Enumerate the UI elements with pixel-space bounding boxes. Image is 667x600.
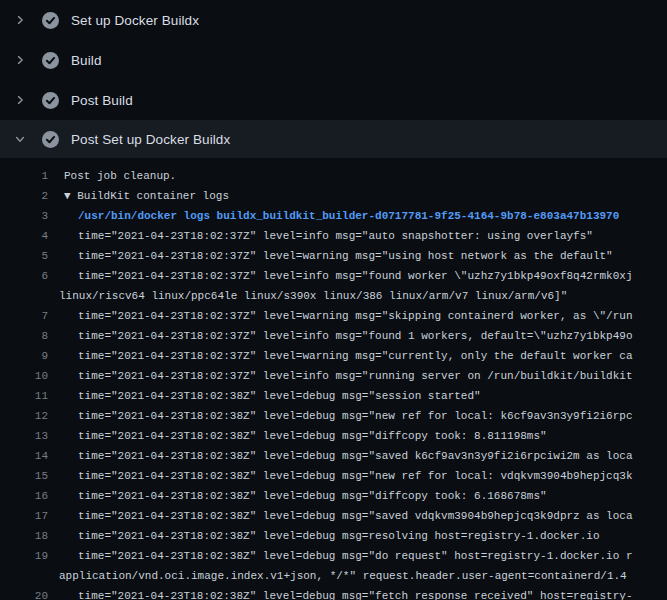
log-line: 4 time="2021-04-23T18:02:37Z" level=info… — [0, 226, 667, 246]
log-line: 20 time="2021-04-23T18:02:38Z" level=deb… — [0, 586, 667, 600]
log-line-number[interactable]: 16 — [0, 486, 48, 506]
step-success-check-icon — [42, 12, 59, 29]
log-line-number[interactable]: 4 — [0, 226, 48, 246]
log-line: 16 time="2021-04-23T18:02:38Z" level=deb… — [0, 486, 667, 506]
log-line-number[interactable]: 3 — [0, 206, 48, 226]
log-line-text: time="2021-04-23T18:02:37Z" level=warnin… — [48, 346, 633, 366]
log-line-number[interactable]: 20 — [0, 586, 48, 600]
log-line-number[interactable]: 18 — [0, 526, 48, 546]
log-line: 14 time="2021-04-23T18:02:38Z" level=deb… — [0, 446, 667, 466]
log-line: 5 time="2021-04-23T18:02:37Z" level=warn… — [0, 246, 667, 266]
log-line-number[interactable]: 9 — [0, 346, 48, 366]
log-line: 13 time="2021-04-23T18:02:38Z" level=deb… — [0, 426, 667, 446]
step-title: Set up Docker Buildx — [71, 13, 199, 28]
log-line: 15 time="2021-04-23T18:02:38Z" level=deb… — [0, 466, 667, 486]
log-line-number[interactable]: 14 — [0, 446, 48, 466]
log-line-number[interactable] — [0, 286, 48, 306]
log-line-text: time="2021-04-23T18:02:38Z" level=debug … — [48, 546, 633, 566]
log-line-number[interactable]: 6 — [0, 266, 48, 286]
step-title: Post Build — [71, 93, 133, 108]
log-line: 9 time="2021-04-23T18:02:37Z" level=warn… — [0, 346, 667, 366]
log-line-text: time="2021-04-23T18:02:38Z" level=debug … — [48, 466, 633, 486]
log-line-number[interactable]: 17 — [0, 506, 48, 526]
log-line-text: time="2021-04-23T18:02:38Z" level=debug … — [48, 506, 633, 526]
log-line-text: linux/riscv64 linux/ppc64le linux/s390x … — [48, 286, 567, 306]
log-line: application/vnd.oci.image.index.v1+json,… — [0, 566, 667, 586]
log-line: 17 time="2021-04-23T18:02:38Z" level=deb… — [0, 506, 667, 526]
log-line: 6 time="2021-04-23T18:02:37Z" level=info… — [0, 266, 667, 286]
log-line: 19 time="2021-04-23T18:02:38Z" level=deb… — [0, 546, 667, 566]
chevron-right-icon — [12, 52, 28, 68]
log-line-text: Post job cleanup. — [48, 166, 176, 186]
chevron-right-icon — [12, 92, 28, 108]
chevron-down-icon — [12, 131, 28, 147]
step-header-post-set-up-docker-buildx[interactable]: Post Set up Docker Buildx — [0, 120, 667, 158]
log-line-number[interactable]: 2 — [0, 186, 48, 206]
log-line-text: time="2021-04-23T18:02:38Z" level=debug … — [48, 426, 547, 446]
log-line-number[interactable]: 15 — [0, 466, 48, 486]
log-line-number[interactable]: 10 — [0, 366, 48, 386]
log-line-number[interactable]: 11 — [0, 386, 48, 406]
step-header-set-up-docker-buildx[interactable]: Set up Docker Buildx — [0, 0, 667, 40]
log-line: 10 time="2021-04-23T18:02:37Z" level=inf… — [0, 366, 667, 386]
log-line-text: time="2021-04-23T18:02:38Z" level=debug … — [48, 526, 600, 546]
step-header-post-build[interactable]: Post Build — [0, 80, 667, 120]
log-group-toggle[interactable]: 2 ▼ BuildKit container logs — [0, 186, 667, 206]
log-line: linux/riscv64 linux/ppc64le linux/s390x … — [0, 286, 667, 306]
chevron-right-icon — [12, 12, 28, 28]
log-line-text: time="2021-04-23T18:02:38Z" level=debug … — [48, 446, 633, 466]
log-group-caret-icon: ▼ — [64, 190, 77, 202]
log-line: 7 time="2021-04-23T18:02:37Z" level=warn… — [0, 306, 667, 326]
steps-list: Set up Docker Buildx Build Post Build Po… — [0, 0, 667, 158]
log-line-text: time="2021-04-23T18:02:38Z" level=debug … — [48, 406, 633, 426]
step-success-check-icon — [42, 131, 59, 148]
log-line-text: /usr/bin/docker logs buildx_buildkit_bui… — [48, 206, 619, 226]
log-line-text: ▼ BuildKit container logs — [48, 186, 229, 206]
log-line-text: time="2021-04-23T18:02:38Z" level=debug … — [48, 386, 481, 406]
log-line: 3 /usr/bin/docker logs buildx_buildkit_b… — [0, 206, 667, 226]
log-line-number[interactable]: 1 — [0, 166, 48, 186]
log-line-number[interactable]: 12 — [0, 406, 48, 426]
log-line: 12 time="2021-04-23T18:02:38Z" level=deb… — [0, 406, 667, 426]
step-title: Build — [71, 53, 102, 68]
log-line-text: time="2021-04-23T18:02:37Z" level=info m… — [48, 366, 633, 386]
log-lines: 1 Post job cleanup. 2 ▼ BuildKit contain… — [0, 158, 667, 600]
log-line-text: time="2021-04-23T18:02:38Z" level=debug … — [48, 586, 633, 600]
log-line: 18 time="2021-04-23T18:02:38Z" level=deb… — [0, 526, 667, 546]
log-line: 1 Post job cleanup. — [0, 166, 667, 186]
log-line-number[interactable]: 13 — [0, 426, 48, 446]
log-line-number[interactable]: 19 — [0, 546, 48, 566]
log-line-text: time="2021-04-23T18:02:37Z" level=info m… — [48, 266, 633, 286]
log-line-number[interactable]: 7 — [0, 306, 48, 326]
step-success-check-icon — [42, 52, 59, 69]
log-line-text: time="2021-04-23T18:02:38Z" level=debug … — [48, 486, 547, 506]
log-line-text: time="2021-04-23T18:02:37Z" level=warnin… — [48, 246, 613, 266]
log-line: 11 time="2021-04-23T18:02:38Z" level=deb… — [0, 386, 667, 406]
step-header-build[interactable]: Build — [0, 40, 667, 80]
step-title: Post Set up Docker Buildx — [71, 132, 230, 147]
log-line-number[interactable]: 5 — [0, 246, 48, 266]
log-line-text: application/vnd.oci.image.index.v1+json,… — [48, 566, 627, 586]
log-line-text: time="2021-04-23T18:02:37Z" level=info m… — [48, 326, 633, 346]
step-success-check-icon — [42, 92, 59, 109]
log-line: 8 time="2021-04-23T18:02:37Z" level=info… — [0, 326, 667, 346]
log-line-number[interactable]: 8 — [0, 326, 48, 346]
log-line-text: time="2021-04-23T18:02:37Z" level=warnin… — [48, 306, 633, 326]
log-line-number[interactable] — [0, 566, 48, 586]
log-line-text: time="2021-04-23T18:02:37Z" level=info m… — [48, 226, 593, 246]
